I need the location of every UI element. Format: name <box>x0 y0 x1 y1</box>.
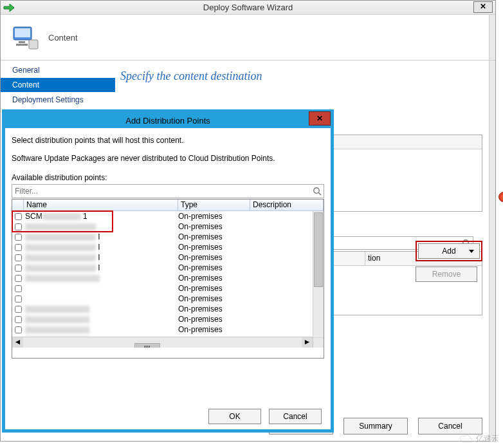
dialog-text-2: Software Update Packages are never distr… <box>12 154 324 163</box>
dialog-body: Select distribution points that will hos… <box>5 128 331 362</box>
add-button[interactable]: Add <box>418 243 480 259</box>
ok-button[interactable]: OK <box>208 409 261 424</box>
page-heading: Specify the content destination <box>120 70 482 83</box>
scroll-left-arrow-icon[interactable]: ◄ <box>12 337 23 348</box>
content-icon <box>12 24 39 50</box>
wizard-titlebar: Deploy Software Wizard ✕ <box>1 1 495 15</box>
table-row[interactable]: On-premises <box>12 304 324 314</box>
table-row[interactable]: On-premises <box>12 294 324 304</box>
wizard-close-button[interactable]: ✕ <box>473 1 493 13</box>
row-checkbox[interactable] <box>15 285 22 292</box>
row-checkbox[interactable] <box>15 244 22 251</box>
filter-input[interactable] <box>12 184 324 198</box>
side-buttons: Add Remove <box>416 241 482 282</box>
row-checkbox[interactable] <box>15 254 22 261</box>
row-checkbox[interactable] <box>15 316 22 323</box>
dialog-cancel-button[interactable]: Cancel <box>269 409 322 424</box>
svg-rect-1 <box>15 28 30 37</box>
svg-line-8 <box>318 192 321 195</box>
watermark: 亿速云 <box>459 433 499 444</box>
wizard-header-label: Content <box>48 33 78 42</box>
svg-point-7 <box>314 188 319 193</box>
summary-button[interactable]: Summary <box>343 418 408 434</box>
grid-rows[interactable]: SCM 1On-premisesOn-premises IOn-premises… <box>12 211 324 348</box>
table-row[interactable]: SCM 1On-premises <box>12 211 324 221</box>
wizard-header: Content <box>1 15 495 60</box>
search-icon[interactable] <box>313 187 322 196</box>
distribution-points-grid: Name Type Description SCM 1On-premisesOn… <box>12 199 324 359</box>
warning-icon <box>498 192 503 202</box>
dialog-title: Add Distribution Points <box>125 116 210 126</box>
dialog-close-button[interactable]: ✕ <box>309 111 331 126</box>
scroll-thumb[interactable] <box>314 212 323 287</box>
dialog-titlebar: Add Distribution Points ✕ <box>5 113 331 128</box>
svg-rect-4 <box>29 40 38 49</box>
add-distribution-points-dialog: Add Distribution Points ✕ Select distrib… <box>2 109 334 433</box>
cancel-button[interactable]: Cancel <box>418 418 482 434</box>
available-label: Available distribution points: <box>12 173 324 182</box>
table-row[interactable]: On-premises <box>12 324 324 335</box>
dialog-text-1: Select distribution points that will hos… <box>12 136 324 145</box>
table-row[interactable]: IOn-premises <box>12 263 324 273</box>
table-row[interactable]: On-premises <box>12 273 324 283</box>
grid-col-checkbox[interactable] <box>12 200 24 210</box>
scroll-right-arrow-icon[interactable]: ► <box>302 337 313 348</box>
table-row[interactable]: IOn-premises <box>12 232 324 242</box>
wizard-title: Deploy Software Wizard <box>1 3 495 12</box>
row-checkbox[interactable] <box>15 275 22 282</box>
row-checkbox[interactable] <box>15 234 22 241</box>
row-checkbox[interactable] <box>15 326 22 333</box>
table-row[interactable]: On-premises <box>12 314 324 324</box>
table-row[interactable]: IOn-premises <box>12 252 324 263</box>
scroll-corner <box>313 337 324 348</box>
table-row[interactable]: On-premises <box>12 283 324 294</box>
vertical-scrollbar[interactable] <box>313 211 324 336</box>
row-checkbox[interactable] <box>15 295 22 303</box>
nav-general[interactable]: General <box>1 61 115 77</box>
table-row[interactable]: IOn-premises <box>12 242 324 252</box>
horizontal-scrollbar[interactable]: ◄ ||| ► <box>12 337 313 348</box>
add-button-label: Add <box>442 247 455 256</box>
row-checkbox[interactable] <box>15 306 22 313</box>
dropdown-caret-icon <box>469 250 474 253</box>
row-checkbox[interactable] <box>15 265 22 272</box>
nav-deployment-settings[interactable]: Deployment Settings <box>1 93 115 107</box>
nav-content[interactable]: Content <box>1 77 115 93</box>
dialog-footer: OK Cancel <box>208 409 322 424</box>
row-checkbox[interactable] <box>15 213 22 220</box>
grid-col-description[interactable]: Description <box>250 200 324 210</box>
svg-rect-2 <box>19 41 25 43</box>
remove-button[interactable]: Remove <box>416 266 477 282</box>
hscroll-thumb[interactable]: ||| <box>134 343 160 348</box>
grid-col-name[interactable]: Name <box>24 200 178 210</box>
table-row[interactable]: On-premises <box>12 221 324 232</box>
add-highlight-box: Add <box>416 241 482 261</box>
grid-col-type[interactable]: Type <box>178 200 250 210</box>
grid-header: Name Type Description <box>12 200 324 211</box>
row-checkbox[interactable] <box>15 223 22 230</box>
svg-rect-3 <box>16 44 28 46</box>
